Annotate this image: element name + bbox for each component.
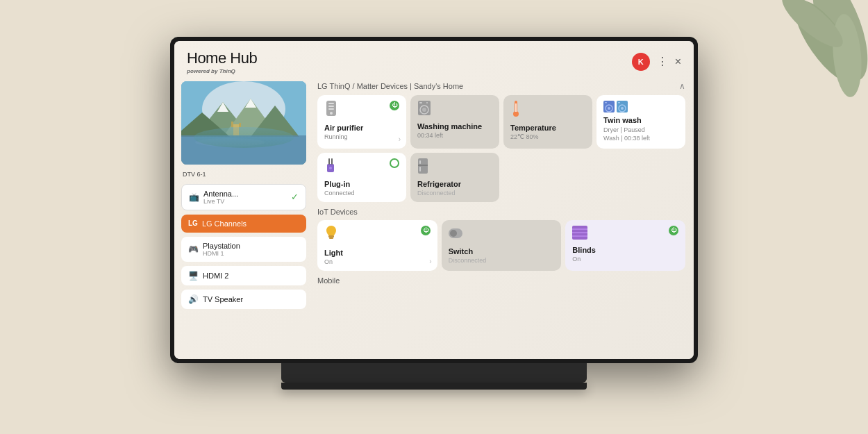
device-card-switch[interactable]: Switch Disconnected [442,220,562,271]
svg-rect-37 [605,102,607,103]
light-name: Light [324,249,431,257]
blinds-name: Blinds [572,246,678,254]
svg-rect-48 [419,160,421,164]
device-card-air-purifier[interactable]: ⏻ Air purifier Running › [317,95,406,149]
svg-rect-51 [329,237,333,239]
svg-rect-23 [328,106,334,107]
svg-rect-43 [328,158,330,165]
thinq-device-row2: Plug-in Connected [317,153,685,202]
svg-rect-44 [331,158,333,165]
light-power-icon: ⏻ [421,226,431,235]
iot-section: IoT Devices ⏻ [317,208,685,271]
mobile-section-header: Mobile [317,276,685,285]
tv-stand [281,363,587,383]
svg-point-30 [426,102,428,103]
tv-icon: 📺 [189,192,199,202]
refrigerator-name: Refrigerator [417,180,492,188]
tv-wrapper: Home Hub powered by ThinQ K ⋮ × [170,37,698,398]
svg-point-2 [830,12,865,98]
switch-status: Disconnected [449,257,555,264]
light-chevron: › [429,258,431,265]
plug-in-status: Connected [324,190,399,197]
air-purifier-icon [324,101,338,121]
tv-screen: Home Hub powered by ThinQ K ⋮ × [174,41,694,359]
source-lg-channels[interactable]: LG LG Channels [181,215,306,233]
air-purifier-status: Running [324,133,399,140]
blinds-status: On [572,256,678,262]
tv-preview [181,81,306,165]
iot-section-title: IoT Devices [317,208,358,216]
iot-device-grid: ⏻ Light On › [317,220,685,271]
playstation-icon: 🎮 [188,244,199,254]
device-card-light[interactable]: ⏻ Light On › [317,220,437,271]
light-status: On [324,258,431,265]
hub-title: Home Hub [187,49,257,67]
plug-icon [324,158,337,177]
plug-in-name: Plug-in [324,180,399,188]
close-button[interactable]: × [675,56,681,67]
refrigerator-status: Disconnected [417,190,492,197]
mobile-section: Mobile [317,276,685,289]
svg-rect-22 [328,103,334,104]
svg-point-28 [422,108,426,112]
iot-section-header: IoT Devices [317,208,685,216]
hub-header: Home Hub powered by ThinQ K ⋮ × [174,41,694,78]
thinq-device-row1: ⏻ Air purifier Running › [317,95,685,149]
source-tv-speaker[interactable]: 🔊 TV Speaker [181,290,306,309]
temperature-name: Temperature [510,124,585,132]
svg-rect-50 [328,235,334,237]
device-card-temperature[interactable]: Temperature 22℃ 80% [503,95,592,149]
tv-frame: Home Hub powered by ThinQ K ⋮ × [170,37,698,363]
washing-machine-icon [417,101,431,119]
washing-machine-status: 00:34 left [417,132,492,139]
left-panel: DTV 6-1 📺 Antenna... Live TV ✓ [174,78,313,359]
thinq-section-header: LG ThinQ / Matter Devices | Sandy's Home… [317,81,685,91]
svg-point-36 [608,107,610,110]
svg-point-25 [330,112,333,115]
tv-stand-base [281,383,587,390]
air-purifier-chevron: › [399,135,401,143]
twin-wash-name: Twin wash [603,116,678,124]
mobile-section-title: Mobile [317,276,340,285]
svg-rect-46 [418,158,428,174]
svg-rect-18 [233,124,239,135]
svg-rect-20 [239,123,241,127]
source-antenna[interactable]: 📺 Antenna... Live TV ✓ [181,184,306,210]
hdmi2-name: HDMI 2 [203,272,228,280]
header-actions: K ⋮ × [632,53,681,71]
svg-point-32 [513,111,519,117]
hdmi-icon: 🖥️ [188,271,199,281]
check-icon: ✓ [291,192,299,202]
lg-channels-name: LG Channels [202,219,247,228]
switch-name: Switch [449,247,555,256]
device-card-twin-wash[interactable]: Twin wash Dryer | Paused Wash | 00:38 le… [596,95,685,149]
device-card-refrigerator[interactable]: Refrigerator Disconnected [410,153,499,202]
svg-rect-49 [419,167,421,172]
speaker-icon: 🔊 [188,294,199,304]
temperature-icon [510,101,521,121]
source-playstation[interactable]: 🎮 Playstation HDMI 1 [181,237,306,262]
device-card-blinds[interactable]: ⏻ Blinds On [565,220,685,271]
empty-cell-2 [596,153,685,202]
more-menu-button[interactable]: ⋮ [657,56,668,67]
powered-by-text: powered by [187,68,217,74]
svg-point-17 [195,138,265,147]
thinq-brand: ThinQ [219,68,235,74]
svg-point-53 [450,230,457,237]
source-hdmi2[interactable]: 🖥️ HDMI 2 [181,266,306,285]
right-panel: LG ThinQ / Matter Devices | Sandy's Home… [313,78,694,359]
thinq-collapse-icon[interactable]: ∧ [679,81,685,91]
empty-cell-1 [503,153,592,202]
svg-rect-24 [328,108,334,110]
twin-wash-detail2: Wash | 00:38 left [603,134,678,143]
device-card-plug-in[interactable]: Plug-in Connected [317,153,406,202]
antenna-sub: Live TV [203,198,238,205]
hub-content: DTV 6-1 📺 Antenna... Live TV ✓ [174,78,694,359]
svg-point-1 [784,0,868,92]
user-avatar[interactable]: K [632,53,650,71]
blinds-icon [572,226,587,243]
tv-speaker-name: TV Speaker [203,295,243,303]
svg-rect-29 [419,102,422,103]
air-purifier-name: Air purifier [324,124,399,132]
device-card-washing-machine[interactable]: Washing machine 00:34 left [410,95,499,149]
